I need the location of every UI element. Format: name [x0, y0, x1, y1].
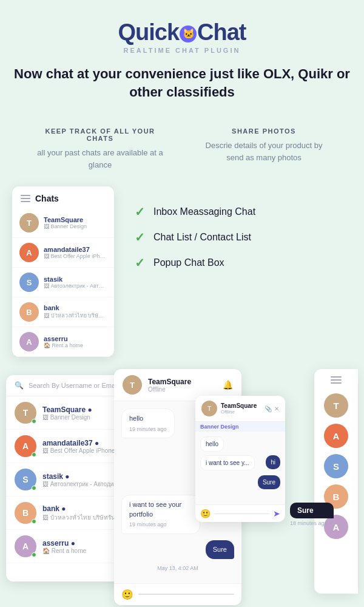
popup-messages: hello hi i want to see y... Sure: [195, 432, 285, 504]
chat-sub: 🖼 บัวหลวงทั่วไทย บริษัทรัน...: [44, 311, 107, 320]
feature-photos-desc: Descrie details of your product by send …: [197, 140, 331, 163]
popup-avatar: T: [201, 401, 217, 416]
feature-text-1: Inbox Meassaging Chat: [153, 206, 255, 217]
popup-header: T TeamSquare Offline 📎 ✕: [195, 396, 285, 422]
feature-item-2: ✓ Chat List / Contact List: [135, 230, 346, 245]
feature-photos-title: SHARE PHOTOS: [197, 127, 331, 135]
check-icon: ✓: [135, 205, 145, 219]
dark-bubble-time: 18 minutes ago ✓: [290, 520, 334, 526]
chat-info: amandataile37 🖼 Best Offer Apple iPhone …: [44, 246, 107, 259]
avatar: A: [15, 535, 36, 557]
message-bubble: i want to see your portfolio 19 minutes …: [121, 495, 200, 534]
message-time: 19 minutes ago: [129, 521, 192, 529]
right-panel: T A S B A: [314, 369, 358, 594]
feature-track-desc: all your past chats are available at a g…: [33, 147, 167, 171]
chat-info: bank 🖼 บัวหลวงทั่วไทย บริษัทรัน...: [44, 304, 107, 320]
message-date: May 13, 4:02 AM: [121, 565, 234, 571]
chat-window-info: TeamSquare Offline: [148, 378, 217, 393]
popup-tag: Banner Design: [195, 422, 285, 432]
chat-sub: 🖼 Автоэлектрик - Автоди...: [44, 283, 107, 289]
send-icon[interactable]: ➤: [273, 509, 280, 518]
logo: Quick🐱Chat: [12, 19, 352, 46]
popup-controls: 📎 ✕: [265, 405, 279, 412]
dark-bubble-text: Sure: [297, 506, 314, 515]
check-icon: ✓: [135, 230, 145, 245]
popup-message: hello: [200, 436, 280, 452]
right-hamburger[interactable]: [331, 376, 342, 384]
message-bubble: i want to see y...: [200, 455, 255, 470]
input-line[interactable]: [214, 514, 269, 514]
chat-info: TeamSquare 🖼 Banner Design: [44, 216, 107, 229]
right-avatar[interactable]: T: [324, 393, 348, 418]
message-bubble: Sure: [206, 540, 234, 559]
chat-input-bar[interactable]: 🙂: [114, 583, 241, 605]
chat-name: asserru: [44, 335, 107, 342]
dark-bubble: Sure: [290, 503, 334, 518]
right-avatar[interactable]: A: [324, 424, 348, 448]
features-row: KEEP TRACK OF ALL YOUR CHATS all your pa…: [0, 110, 364, 180]
avatar: A: [19, 332, 39, 351]
popup-input[interactable]: 🙂 ➤: [195, 504, 285, 522]
avatar: B: [15, 502, 36, 524]
logo-icon: 🐱: [180, 25, 197, 42]
list-item[interactable]: A asserru 🏠 Rent a home: [12, 327, 114, 357]
list-item[interactable]: A amandataile37 🖼 Best Offer Apple iPhon…: [12, 238, 114, 268]
chat-window-status: Offline: [148, 386, 217, 393]
section-lower: 🔍 Search By Username or Email T TeamSqua…: [6, 369, 358, 607]
feature-track: KEEP TRACK OF ALL YOUR CHATS all your pa…: [33, 127, 167, 171]
message-time: 19 minutes ago: [129, 426, 167, 433]
hamburger-menu[interactable]: [21, 195, 30, 202]
message-bubble: hello: [200, 436, 224, 452]
message-bubble: Sure: [258, 475, 280, 489]
chat-window-name: TeamSquare: [148, 378, 217, 386]
message-row: Sure: [121, 540, 234, 559]
subtitle: REALTIME CHAT PLUGIN: [12, 47, 352, 54]
list-item[interactable]: B bank 🖼 บัวหลวงทั่วไทย บริษัทรัน...: [12, 297, 114, 327]
avatar: S: [15, 469, 36, 490]
paperclip-icon[interactable]: 📎: [265, 405, 272, 412]
demo-area-top: Chats T TeamSquare 🖼 Banner Design A ama…: [0, 180, 364, 369]
search-placeholder: Search By Username or Email: [29, 382, 118, 389]
chat-info: asserru 🏠 Rent a home: [44, 335, 107, 348]
tagline: Now chat at your convenience just like O…: [12, 65, 352, 101]
volume-icon[interactable]: 🔔: [223, 380, 233, 390]
popup-info: TeamSquare Offline: [221, 402, 261, 415]
input-line[interactable]: [138, 594, 234, 595]
search-icon: 🔍: [15, 381, 24, 390]
chat-sub: 🏠 Rent a home: [44, 342, 107, 348]
avatar: T: [19, 213, 39, 232]
chat-name: TeamSquare: [44, 216, 107, 223]
dark-bubble-overlay: Sure 18 minutes ago ✓: [290, 503, 334, 526]
emoji-icon[interactable]: 🙂: [121, 589, 133, 600]
list-item[interactable]: T TeamSquare 🖼 Banner Design: [12, 208, 114, 238]
close-icon[interactable]: ✕: [274, 405, 279, 412]
popup-status: Offline: [221, 409, 261, 415]
feature-item-3: ✓ Popup Chat Box: [135, 256, 346, 270]
right-avatar[interactable]: S: [324, 454, 348, 478]
feature-track-title: KEEP TRACK OF ALL YOUR CHATS: [33, 127, 167, 142]
emoji-icon[interactable]: 🙂: [200, 509, 211, 518]
chat-name: amandataile37: [44, 246, 107, 253]
message-bubble: hello 19 minutes ago: [121, 409, 175, 438]
check-icon: ✓: [135, 256, 145, 270]
list-item[interactable]: S stasik 🖼 Автоэлектрик - Автоди...: [12, 268, 114, 297]
chat-name: stasik: [44, 276, 107, 283]
logo-quick: Quick: [118, 19, 179, 45]
chat-info: stasik 🖼 Автоэлектрик - Автоди...: [44, 276, 107, 289]
avatar: T: [15, 402, 36, 424]
header: Quick🐱Chat REALTIME CHAT PLUGIN Now chat…: [0, 0, 364, 110]
popup-chat: T TeamSquare Offline 📎 ✕ Banner Design h…: [195, 396, 285, 522]
feature-item-1: ✓ Inbox Meassaging Chat: [135, 205, 346, 219]
feature-text-3: Popup Chat Box: [153, 257, 224, 268]
feature-photos: SHARE PHOTOS Descrie details of your pro…: [197, 127, 331, 171]
popup-name: TeamSquare: [221, 402, 261, 409]
panel-title: Chats: [35, 194, 59, 203]
chat-sub: 🖼 Banner Design: [44, 223, 107, 229]
chat-name: bank: [44, 304, 107, 311]
logo-chat: Chat: [197, 19, 246, 45]
chat-window-avatar: T: [123, 375, 142, 395]
message-bubble: hi: [266, 455, 280, 469]
avatar: B: [19, 302, 39, 322]
avatar: A: [15, 435, 36, 457]
feature-text-2: Chat List / Contact List: [153, 232, 251, 243]
